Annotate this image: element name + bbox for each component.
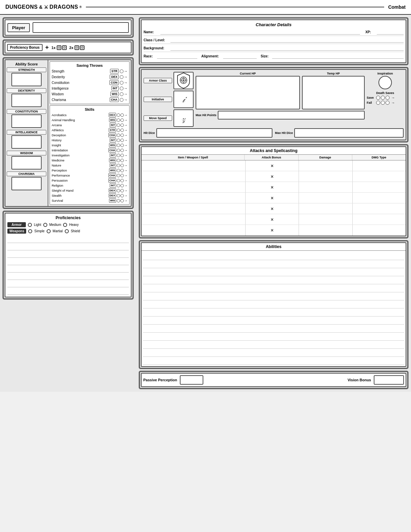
skill-name-survival: Survival xyxy=(52,199,108,202)
skill-icons-acrobatics: → xyxy=(117,113,127,117)
st-arrow-2: → xyxy=(124,75,127,79)
attack-row-5-item[interactable] xyxy=(142,203,246,214)
passive-perception-panel: Passive Perception Vision Bonus xyxy=(139,371,408,389)
attack-row-3-type[interactable] xyxy=(353,182,406,192)
skill-icons-sleight-of-hand: → xyxy=(117,189,127,192)
attack-row-2-damage[interactable] xyxy=(299,171,352,182)
attack-row-5-damage[interactable] xyxy=(299,203,352,214)
alignment-input[interactable] xyxy=(223,53,257,59)
attack-row-2-bonus[interactable]: × xyxy=(246,171,299,182)
race-input[interactable] xyxy=(157,53,197,59)
move-speed-value[interactable]: 𝓏 xyxy=(173,109,194,127)
skill-name-stealth: Stealth xyxy=(52,194,108,197)
attack-row-3-item[interactable] xyxy=(142,182,246,192)
background-input[interactable] xyxy=(170,45,404,51)
hit-dice-value[interactable] xyxy=(156,128,272,138)
st-arrow-1: → xyxy=(124,69,127,73)
attack-row-6-bonus[interactable]: × xyxy=(246,214,299,225)
shield-svg xyxy=(176,72,191,89)
attack-row-5-bonus[interactable]: × xyxy=(246,203,299,214)
page-type-label: Combat xyxy=(388,4,406,10)
skill-attr-intimidation: CHA xyxy=(108,148,116,152)
attack-row-2-type[interactable] xyxy=(353,171,406,182)
attack-row-7-item[interactable] xyxy=(142,225,246,236)
proficiencies-title: Proficiencies xyxy=(7,215,129,220)
skill-icons-investigation: → xyxy=(117,154,127,157)
name-input[interactable] xyxy=(160,29,360,35)
attack-row-3-damage[interactable] xyxy=(299,182,352,192)
left-column: Player Proficiency Bonus + 1x ⬡ ⬡ xyxy=(3,17,134,299)
attack-row-1-damage[interactable] xyxy=(299,160,352,171)
combat-stats-inner: Armor Class xyxy=(141,69,406,140)
die-3: ⬡ xyxy=(74,45,79,50)
attack-row-6-type[interactable] xyxy=(353,214,406,225)
size-input[interactable] xyxy=(272,53,404,59)
attack-row-4-item[interactable] xyxy=(142,193,246,203)
temp-hp-value[interactable] xyxy=(302,76,365,109)
attack-row-4-damage[interactable] xyxy=(299,193,352,203)
ability-score-box-intelligence[interactable] xyxy=(11,135,42,149)
skill-name-performance: Performance xyxy=(52,174,108,177)
skill-attr-performance: CHA xyxy=(108,173,116,178)
armor-class-value[interactable] xyxy=(173,72,194,89)
player-label: Player xyxy=(7,23,30,32)
current-hp-label: Current HP xyxy=(240,72,256,75)
attack-row-7-type[interactable] xyxy=(353,225,406,236)
skill-icons-performance: → xyxy=(117,174,127,177)
skill-icons-insight: → xyxy=(117,144,127,147)
proficiency-bonus-inner: Proficiency Bonus + 1x ⬡ ⬡ 2x ⬡ ⬡ xyxy=(5,42,132,53)
player-name-input[interactable] xyxy=(33,22,129,33)
save-label: Save xyxy=(367,96,375,99)
attack-row-5: × xyxy=(142,203,406,214)
ability-score-box-charisma[interactable] xyxy=(11,177,42,190)
attack-row-7-bonus[interactable]: × xyxy=(246,225,299,236)
dice-1x: ⬡ ⬡ xyxy=(57,45,67,50)
st-icons-intelligence: → xyxy=(120,87,127,90)
skill-attr-insight: WIS xyxy=(109,143,116,147)
attack-row-6: × xyxy=(142,214,406,225)
temp-hp-label: Temp HP xyxy=(327,72,340,75)
attack-row-1-type[interactable] xyxy=(353,160,406,171)
skill-row-intimidation: Intimidation CHA → xyxy=(52,148,127,152)
ability-score-box-strength[interactable] xyxy=(11,73,42,86)
ability-score-box-dexterity[interactable] xyxy=(11,94,42,107)
skill-row-investigation: Investigation INT → xyxy=(52,153,127,157)
xp-input[interactable] xyxy=(377,29,404,35)
inspiration-circle[interactable] xyxy=(378,76,392,89)
hit-dice-row: Hit Dice Max Hit Dice xyxy=(144,128,404,138)
skill-icons-stealth: → xyxy=(117,194,127,197)
attack-row-6-damage[interactable] xyxy=(299,214,352,225)
ability-score-box-wisdom[interactable] xyxy=(11,156,42,170)
ability-item-wisdom: WISDOM xyxy=(7,151,46,170)
abilities-title: Abilities xyxy=(142,243,406,251)
initiative-value[interactable]: 𝒾 xyxy=(173,91,194,108)
attack-row-1-bonus[interactable]: × xyxy=(246,160,299,171)
max-hit-dice-value[interactable] xyxy=(294,128,404,138)
attack-row-6-item[interactable] xyxy=(142,214,246,225)
hit-dice-col: Hit Dice xyxy=(144,128,272,138)
passive-perception-value[interactable] xyxy=(180,375,203,385)
attack-row-3-bonus[interactable]: × xyxy=(246,182,299,192)
st-icons-wisdom: → xyxy=(120,92,127,96)
st-name-wisdom: Wisdom xyxy=(52,92,109,96)
attack-row-4-bonus[interactable]: × xyxy=(246,193,299,203)
current-hp-value[interactable] xyxy=(196,76,300,109)
skill-row-survival: Survival WIS → xyxy=(52,198,127,203)
ability-score-box-constitution[interactable] xyxy=(11,114,42,128)
attack-row-1-item[interactable] xyxy=(142,160,246,171)
proficiencies-inner: Proficiencies Armor Light Medium xyxy=(5,213,132,297)
attack-row-4-type[interactable] xyxy=(353,193,406,203)
proficiencies-panel: Proficiencies Armor Light Medium xyxy=(3,211,134,299)
st-attr-strength: STR xyxy=(110,69,119,74)
st-name-strength: Strength xyxy=(52,69,109,73)
ability-scores-subpanel: Ability Score STRENGTH DEXTERITY xyxy=(5,60,48,206)
vision-bonus-value[interactable] xyxy=(374,375,404,385)
attack-row-7-damage[interactable] xyxy=(299,225,352,236)
attack-row-5-type[interactable] xyxy=(353,203,406,214)
class-level-input[interactable] xyxy=(170,37,404,43)
max-hit-points-value[interactable] xyxy=(218,111,365,119)
ability-line-14 xyxy=(143,357,404,365)
initiative-row: Initiative 𝒾 xyxy=(144,91,194,108)
attacks-title: Attacks and Spellcasting xyxy=(142,147,406,155)
attack-row-2-item[interactable] xyxy=(142,171,246,182)
